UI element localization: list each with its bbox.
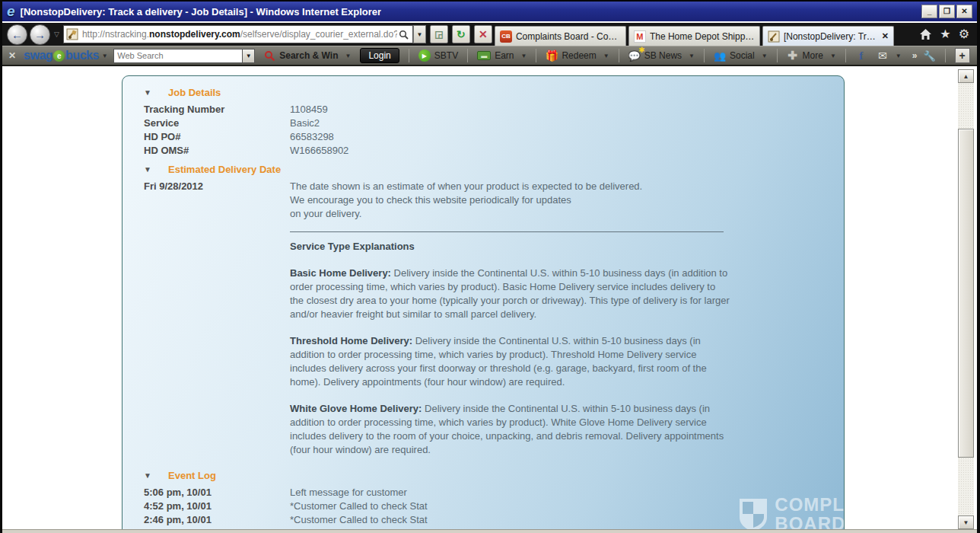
explanation-basic: Basic Home Delivery: Delivery inside the… <box>290 266 730 321</box>
browser-action-icons: ★ ⚙ <box>919 28 972 40</box>
refresh-icon: ↻ <box>457 28 466 40</box>
minimize-button[interactable]: _ <box>921 5 937 18</box>
search-dropdown-button[interactable]: ▼ <box>243 49 255 63</box>
toolbar-divider <box>704 49 705 62</box>
title-bar: e [NonstopDelivery: Track a delivery - J… <box>2 0 977 21</box>
web-search-input[interactable] <box>113 49 243 63</box>
tab-nonstopdelivery-active[interactable]: [NonstopDelivery: Trac... ✕ <box>762 26 894 46</box>
search-icon[interactable] <box>399 30 409 40</box>
job-detail-row: HD PO# 66583298 <box>144 130 844 144</box>
menu-item-more[interactable]: ✚ More ▼ <box>787 50 836 61</box>
toolbar-divider <box>619 49 619 62</box>
menu-item-sb-news[interactable]: 💬✱ SB News ▼ <box>628 50 695 61</box>
stop-icon: ✕ <box>479 28 488 40</box>
section-title: Job Details <box>168 87 221 98</box>
gift-icon: 🎁 <box>546 50 558 61</box>
url-text[interactable]: http://nstracking.nonstopdelivery.com/se… <box>82 29 397 40</box>
history-dropdown-icon[interactable]: ▽ <box>54 30 59 38</box>
close-button[interactable]: ✕ <box>956 5 972 18</box>
scroll-up-button[interactable]: ▲ <box>958 69 974 83</box>
search-win-label: Search & Win <box>279 50 338 61</box>
chevron-down-icon[interactable]: ▼ <box>689 53 695 59</box>
field-value: Basic2 <box>290 116 320 130</box>
field-value: W166658902 <box>290 144 348 158</box>
email-button[interactable]: ✉ ▼ <box>877 50 902 61</box>
field-value: 66583298 <box>290 130 334 144</box>
field-label: HD PO# <box>144 130 290 144</box>
new-badge-icon: ✱ <box>638 46 644 54</box>
facebook-button[interactable]: f <box>855 50 867 61</box>
status-bar <box>2 529 977 533</box>
refresh-button[interactable]: ↻ <box>452 25 470 43</box>
settings-gear-icon[interactable]: ⚙ <box>959 28 969 40</box>
menu-item-earn[interactable]: ▬ Earn ▼ <box>477 50 527 61</box>
search-and-win-button[interactable]: Search & Win ▼ <box>264 50 351 62</box>
watermark-text: COMPLAINTS BOARD <box>775 495 845 529</box>
event-description: *Customer Called to check Stat <box>290 499 428 513</box>
facebook-icon: f <box>855 50 867 61</box>
address-dropdown-button[interactable]: ▼ <box>413 25 426 43</box>
tracking-panel: ▼ Job Details Tracking Number 1108459 Se… <box>122 75 845 529</box>
chevron-down-icon[interactable]: ▼ <box>830 53 836 59</box>
address-tab-row: ← → ▽ http://nstracking.nonstopdelivery.… <box>2 23 977 46</box>
menu-item-social[interactable]: 👥 Social ▼ <box>714 50 768 61</box>
menu-label: More <box>803 50 823 61</box>
url-path: /selfserve/display_courier_external.do?r… <box>240 29 397 40</box>
plus-icon: ✚ <box>787 50 799 61</box>
event-time: 5:06 pm, 10/01 <box>144 486 290 499</box>
logo-text-swag: swag <box>24 49 52 62</box>
address-bar[interactable]: http://nstracking.nonstopdelivery.com/se… <box>63 25 413 43</box>
chevron-down-icon[interactable]: ▼ <box>762 53 768 59</box>
vertical-scrollbar[interactable]: ▲ ▼ <box>958 69 974 529</box>
back-button[interactable]: ← <box>7 24 27 45</box>
scrollbar-thumb[interactable] <box>958 129 974 458</box>
menu-label: SB News <box>644 50 682 61</box>
section-divider <box>290 231 724 232</box>
watermark-line1: COMPLAINTS <box>775 495 845 514</box>
section-header-job-details: ▼ Job Details <box>144 87 844 98</box>
complaints-board-favicon-icon: CB <box>500 30 512 43</box>
collapse-triangle-icon[interactable]: ▼ <box>144 471 168 480</box>
delivery-info-column: The date shown is an estimate of when yo… <box>290 180 730 470</box>
delivery-note-line: The date shown is an estimate of when yo… <box>290 180 730 193</box>
menu-label: Redeem <box>562 50 596 61</box>
logo-text-bucks: bucks <box>65 49 99 62</box>
scroll-down-button[interactable]: ▼ <box>958 515 974 529</box>
event-time: 2:46 pm, 10/01 <box>144 513 290 527</box>
tab-home-depot-shipping[interactable]: M The Home Depot Shipping ... <box>628 26 760 46</box>
chevron-down-icon[interactable]: ▼ <box>521 53 527 59</box>
field-label: Tracking Number <box>144 103 290 116</box>
home-icon[interactable] <box>919 28 932 40</box>
wrench-icon[interactable]: 🔧 <box>923 50 935 62</box>
toolbar-close-icon[interactable]: ✕ <box>8 50 16 61</box>
swagbucks-logo[interactable]: swag e bucks ▼ <box>24 49 107 62</box>
collapse-triangle-icon[interactable]: ▼ <box>144 165 168 174</box>
stop-button[interactable]: ✕ <box>474 25 492 43</box>
chevron-down-icon[interactable]: ▼ <box>102 53 107 59</box>
restore-button[interactable]: ❐ <box>939 5 955 18</box>
chevron-down-icon[interactable]: ▼ <box>603 53 609 59</box>
overflow-chevron-icon[interactable]: » <box>912 50 918 61</box>
menu-item-redeem[interactable]: 🎁 Redeem ▼ <box>546 50 609 61</box>
compatibility-view-button[interactable]: ◲ <box>430 25 448 43</box>
section-header-event-log: ▼ Event Log <box>144 470 844 481</box>
chevron-down-icon[interactable]: ▼ <box>345 53 352 59</box>
add-toolbar-button[interactable]: + <box>955 48 970 63</box>
site-favicon-icon <box>66 28 78 40</box>
url-domain: nonstopdelivery.com <box>149 29 240 40</box>
forward-button[interactable]: → <box>30 24 50 45</box>
delivery-note-line: on your delivery. <box>290 207 730 221</box>
login-button[interactable]: Login <box>360 48 399 63</box>
event-description: Left message for customer <box>290 486 407 499</box>
collapse-triangle-icon[interactable]: ▼ <box>144 88 168 97</box>
news-bubble-icon: 💬✱ <box>628 50 641 61</box>
section-title: Estimated Delivery Date <box>168 164 281 175</box>
favorites-star-icon[interactable]: ★ <box>940 28 950 40</box>
menu-label: Earn <box>495 50 514 61</box>
explanation-term: White Glove Home Delivery: <box>290 403 422 414</box>
sbtv-button[interactable]: ▶ SBTV <box>418 49 458 62</box>
job-detail-row: Service Basic2 <box>144 116 844 130</box>
chevron-down-icon[interactable]: ▼ <box>896 53 902 59</box>
tab-close-icon[interactable]: ✕ <box>882 31 889 41</box>
tab-complaints-board[interactable]: CB Complaints Board - Consum... <box>495 26 626 46</box>
